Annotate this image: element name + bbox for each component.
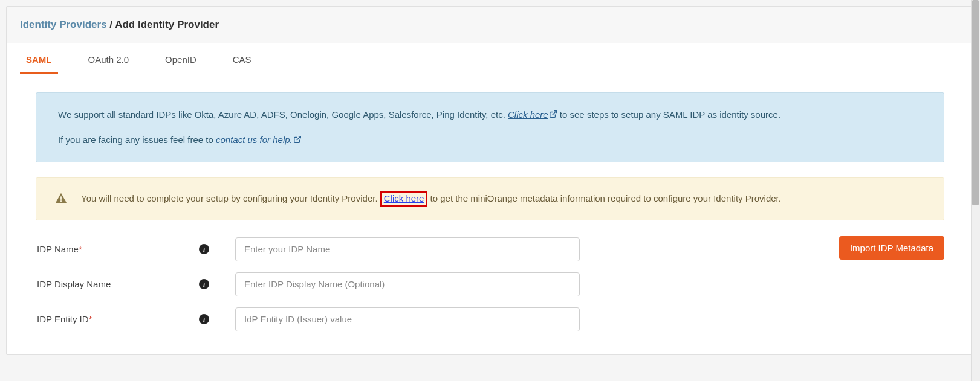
- form-row-idp-display-name: IDP Display Name i: [36, 272, 944, 296]
- svg-line-1: [297, 136, 300, 140]
- external-link-icon: [549, 110, 557, 118]
- info-icon[interactable]: i: [199, 279, 209, 289]
- tab-bar: SAML OAuth 2.0 OpenID CAS: [7, 43, 973, 74]
- form-row-idp-entity-id: IDP Entity ID* i: [36, 307, 944, 331]
- info-icon[interactable]: i: [199, 314, 209, 324]
- warn-text-a: You will need to complete your setup by …: [81, 193, 380, 203]
- tab-saml[interactable]: SAML: [20, 43, 58, 74]
- tab-oauth[interactable]: OAuth 2.0: [82, 43, 135, 74]
- external-link-icon: [293, 135, 302, 144]
- warning-icon: [54, 192, 68, 205]
- svg-rect-2: [60, 196, 62, 200]
- tab-cas[interactable]: CAS: [227, 43, 258, 74]
- breadcrumb-current: Add Identity Provider: [115, 19, 219, 30]
- contact-help-link[interactable]: contact us for help.: [216, 135, 302, 145]
- metadata-click-here-link[interactable]: Click here: [384, 193, 424, 203]
- warning-alert: You will need to complete your setup by …: [36, 177, 944, 220]
- breadcrumb-separator: /: [107, 19, 115, 30]
- setup-steps-link[interactable]: Click here: [508, 109, 557, 120]
- info-icon[interactable]: i: [199, 244, 209, 254]
- warn-text-b: to get the miniOrange metadata informati…: [427, 193, 781, 203]
- idp-display-name-label: IDP Display Name: [36, 279, 199, 289]
- idp-entity-id-input[interactable]: [235, 307, 580, 331]
- breadcrumb-parent-link[interactable]: Identity Providers: [20, 19, 107, 30]
- svg-rect-3: [60, 200, 62, 202]
- breadcrumb: Identity Providers / Add Identity Provid…: [7, 7, 973, 43]
- idp-display-name-input[interactable]: [235, 272, 580, 296]
- scrollbar-track[interactable]: [971, 0, 980, 361]
- info-text-1a: We support all standard IDPs like Okta, …: [58, 109, 508, 120]
- info-alert: We support all standard IDPs like Okta, …: [36, 92, 944, 162]
- tab-openid[interactable]: OpenID: [159, 43, 203, 74]
- idp-form: Import IDP Metadata IDP Name* i IDP Disp…: [36, 237, 944, 331]
- info-text-1b: to see steps to setup any SAML IDP as id…: [557, 109, 780, 120]
- form-row-idp-name: IDP Name* i: [36, 237, 944, 261]
- scrollbar-thumb[interactable]: [972, 0, 979, 205]
- idp-name-label: IDP Name*: [36, 244, 199, 254]
- import-idp-metadata-button[interactable]: Import IDP Metadata: [839, 236, 944, 260]
- idp-entity-id-label: IDP Entity ID*: [36, 314, 199, 324]
- required-mark: *: [79, 244, 82, 254]
- info-text-2a: If you are facing any issues feel free t…: [58, 135, 216, 145]
- idp-name-input[interactable]: [235, 237, 580, 261]
- svg-line-0: [553, 111, 556, 115]
- highlighted-link-box: Click here: [380, 191, 428, 207]
- required-mark: *: [89, 314, 92, 324]
